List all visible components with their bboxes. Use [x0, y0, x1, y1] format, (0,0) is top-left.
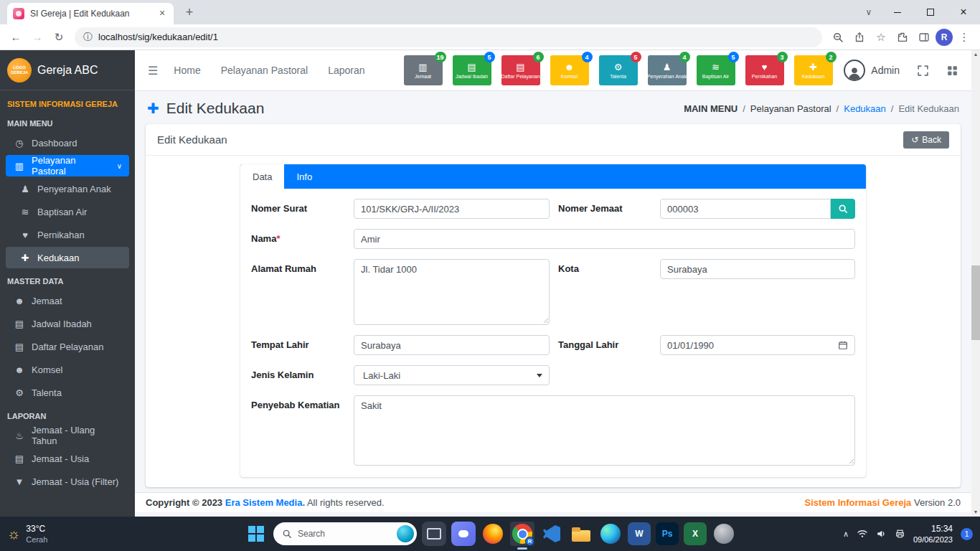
penyebab-kematian-textarea[interactable]: Sakit	[354, 395, 855, 466]
wifi-icon[interactable]	[857, 529, 868, 539]
tempat-lahir-input[interactable]	[354, 335, 550, 355]
shortcut-tile-daftar-pelayanan[interactable]: 6▤Daftar Pelayanan	[501, 55, 540, 85]
sidebar-item-jemaat-ulang-tahun[interactable]: ♨Jemaat - Ulang Tahun	[6, 425, 129, 446]
browser-tab[interactable]: SI Gereja | Edit Kedukaan ×	[7, 3, 174, 24]
fullscreen-icon[interactable]	[917, 65, 929, 77]
back-undo-icon: ↺	[911, 135, 918, 145]
back-button[interactable]: ↺ Back	[903, 131, 949, 149]
sidebar-brand[interactable]: LOGO GEREJA Gereja ABC	[0, 50, 135, 90]
chat-icon[interactable]	[451, 522, 476, 546]
address-bar[interactable]: ⓘ localhost/sig/kedukaan/edit/1	[75, 27, 822, 47]
sidebar-item-dashboard[interactable]: ◷Dashboard	[6, 132, 129, 154]
alamat-rumah-textarea[interactable]: Jl. Tidar 1000	[354, 259, 550, 325]
shortcut-tile-jadwal-ibadah[interactable]: 5▤Jadwal Ibadah	[453, 55, 491, 85]
maximize-button[interactable]	[914, 0, 947, 24]
site-info-icon[interactable]: ⓘ	[83, 31, 93, 44]
breadcrumb-item-kedukaan[interactable]: Kedukaan	[844, 103, 886, 114]
member-search-button[interactable]	[831, 199, 855, 219]
sidebar-item-komsel[interactable]: ☻Komsel	[6, 359, 129, 380]
breadcrumb-item-main-menu: MAIN MENU	[684, 103, 738, 114]
volume-icon[interactable]	[876, 529, 887, 539]
excel-icon[interactable]: X	[684, 522, 707, 545]
scrollbar-track[interactable]	[971, 59, 980, 508]
side-panel-icon[interactable]	[914, 27, 934, 47]
page-scrollbar[interactable]: ▲ ▼	[971, 50, 980, 517]
nav-link-pelayanan-pastoral[interactable]: Pelayanan Pastoral	[221, 65, 308, 76]
tanggal-lahir-input[interactable]: 01/01/1990	[660, 335, 855, 355]
shortcut-tile-talenta[interactable]: 5⚙Talenta	[599, 55, 638, 85]
browser-back-button[interactable]: ←	[6, 27, 26, 47]
weather-widget[interactable]: ☼ 33°C Cerah	[7, 517, 47, 551]
shortcut-tile-baptisan-air[interactable]: 5≋Baptisan Air	[697, 55, 735, 85]
tray-clock[interactable]: 15:34 09/06/2023	[913, 524, 953, 544]
edge-icon[interactable]	[598, 522, 623, 546]
printer-icon[interactable]	[895, 529, 905, 539]
tab-data[interactable]: Data	[240, 164, 284, 189]
bookmark-star-icon[interactable]: ☆	[871, 27, 891, 47]
scrollbar-thumb[interactable]	[971, 265, 980, 340]
nav-link-home[interactable]: Home	[174, 65, 200, 76]
file-explorer-icon[interactable]	[569, 522, 593, 546]
shortcut-tile-jemaat[interactable]: 19▥Jemaat	[404, 55, 443, 85]
scrollbar-up-arrow[interactable]: ▲	[971, 50, 980, 59]
tab-content: Nomer Surat Nomer Jemaat	[240, 189, 866, 477]
nama-label: Nama*	[251, 229, 354, 244]
sidebar-item-jemaat-usia[interactable]: ▤Jemaat - Usia	[6, 448, 129, 469]
hamburger-icon[interactable]: ☰	[143, 64, 162, 77]
browser-reload-button[interactable]: ↻	[49, 27, 69, 47]
content-area: ✚ Edit Kedukaan MAIN MENU/Pelayanan Past…	[135, 91, 971, 492]
start-button[interactable]	[244, 522, 268, 546]
company-link[interactable]: Era Sistem Media.	[225, 497, 305, 508]
kebab-menu-icon[interactable]: ⋮	[954, 27, 974, 47]
tab-info[interactable]: Info	[284, 164, 324, 189]
calendar-icon[interactable]	[838, 340, 848, 350]
sidebar-item-daftar-pelayanan[interactable]: ▤Daftar Pelayanan	[6, 336, 129, 357]
word-icon[interactable]: W	[628, 522, 651, 545]
pastoral-menu-icon: ▥	[13, 161, 26, 171]
new-tab-button[interactable]: +	[181, 5, 198, 20]
sidebar-item-baptisan-air[interactable]: ≋Baptisan Air	[6, 201, 129, 222]
scrollbar-down-arrow[interactable]: ▼	[971, 508, 980, 517]
notification-badge[interactable]: 1	[961, 528, 973, 540]
zoom-icon[interactable]	[828, 27, 848, 47]
sidebar-item-kedukaan[interactable]: ✚Kedukaan	[6, 247, 129, 268]
browser-profile-avatar[interactable]: R	[936, 29, 953, 46]
grid-icon[interactable]	[946, 65, 958, 77]
photoshop-icon[interactable]: Ps	[656, 522, 679, 545]
sidebar-item-penyerahan-anak[interactable]: ♟Penyerahan Anak	[6, 178, 129, 199]
shortcut-tile-kedukaan[interactable]: 2✚Kedukaan	[794, 55, 833, 85]
window-close-button[interactable]: ×	[947, 0, 980, 24]
sidebar-item-pelayanan-pastoral[interactable]: ▥Pelayanan Pastoral∨	[6, 155, 129, 176]
wedding-tile-icon: ♥	[762, 62, 768, 72]
browser-forward-button[interactable]: →	[27, 27, 47, 47]
firefox-icon[interactable]	[481, 522, 505, 546]
shortcut-tile-penyerahan-anak[interactable]: 4♟Penyerahan Anak	[648, 55, 687, 85]
sidebar-item-pernikahan[interactable]: ♥Pernikahan	[6, 224, 129, 245]
shortcut-tile-pernikahan[interactable]: 3♥Pernikahan	[745, 55, 784, 85]
minimize-button[interactable]	[881, 0, 914, 24]
tab-list-chevron-icon[interactable]: ∨	[857, 7, 881, 17]
sidebar-item-jadwal-ibadah[interactable]: ▤Jadwal Ibadah	[6, 313, 129, 334]
taskbar-search[interactable]: Search	[273, 522, 417, 545]
nama-input[interactable]	[354, 229, 855, 249]
nomer-jemaat-input[interactable]	[660, 199, 831, 219]
nav-link-laporan[interactable]: Laporan	[328, 65, 364, 76]
sidebar-item-talenta[interactable]: ⚙Talenta	[6, 382, 129, 403]
sidebar-item-jemaat-usia-filter[interactable]: ▼Jemaat - Usia (Filter)	[6, 471, 129, 492]
shortcut-tile-label: Baptisan Air	[702, 74, 729, 79]
snipping-tool-icon[interactable]	[422, 522, 446, 546]
jenis-kelamin-select[interactable]: Laki-Laki	[354, 365, 550, 385]
chrome-icon[interactable]: R	[510, 522, 534, 546]
gimp-icon[interactable]	[712, 522, 736, 546]
kota-input[interactable]	[660, 259, 855, 279]
user-menu[interactable]: Admin	[844, 60, 900, 81]
nomer-surat-input[interactable]	[354, 199, 550, 219]
vscode-icon[interactable]	[540, 522, 564, 546]
tray-expand-icon[interactable]: ∧	[843, 529, 849, 539]
shortcut-tile-komsel[interactable]: 4☻Komsel	[550, 55, 589, 85]
share-icon[interactable]	[849, 27, 870, 47]
sidebar-item-jemaat[interactable]: ☻Jemaat	[6, 290, 129, 311]
form-row: Jenis Kelamin Laki-Laki	[251, 365, 855, 385]
tab-close-icon[interactable]: ×	[156, 8, 168, 19]
extensions-puzzle-icon[interactable]	[892, 27, 913, 47]
